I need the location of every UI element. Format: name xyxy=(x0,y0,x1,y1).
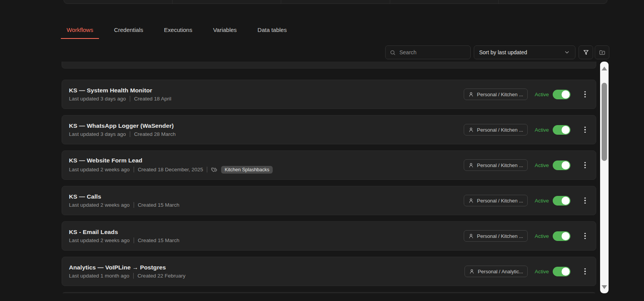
workflow-name: KS — WhatsApp Logger (WaSender) xyxy=(69,122,176,129)
row-menu-kebab-icon[interactable] xyxy=(582,126,588,134)
workflow-info: KS — Website Form Lead Last updated 2 we… xyxy=(69,157,273,174)
workflow-meta: Last updated 1 month ago Created 22 Febr… xyxy=(69,273,185,279)
toggle-knob xyxy=(562,268,570,276)
toggle-knob xyxy=(562,90,570,99)
stats-segment xyxy=(281,0,390,3)
meta-divider xyxy=(130,96,130,102)
scrollbar-thumb[interactable] xyxy=(602,83,607,161)
search-icon xyxy=(390,50,396,55)
workflow-row-partial-top[interactable] xyxy=(62,62,596,69)
status-label: Active xyxy=(535,162,549,168)
new-folder-button[interactable] xyxy=(595,45,609,59)
meta-divider xyxy=(207,167,207,172)
scroll-down-arrow-icon[interactable] xyxy=(602,285,607,289)
status-label: Active xyxy=(535,233,549,239)
workflow-name: KS — Website Form Lead xyxy=(69,157,273,164)
toggle-knob xyxy=(562,197,570,205)
meta-divider xyxy=(134,237,134,243)
project-name: Personal / Kitchen ... xyxy=(477,162,523,168)
meta-divider xyxy=(133,273,134,279)
status-label: Active xyxy=(535,198,549,204)
workflow-name: KS - Email Leads xyxy=(69,229,179,236)
workflow-controls: Personal / Kitchen ... Active xyxy=(464,89,588,100)
scroll-up-arrow-icon[interactable] xyxy=(602,67,607,70)
toggle-knob xyxy=(562,232,570,240)
meta-divider xyxy=(130,131,130,137)
stats-segment xyxy=(64,0,173,3)
active-toggle[interactable] xyxy=(553,161,570,170)
workflow-controls: Personal / Kitchen ... Active xyxy=(464,230,588,242)
tags-icon xyxy=(211,167,217,173)
tab-credentials[interactable]: Credentials xyxy=(108,27,149,39)
row-menu-kebab-icon[interactable] xyxy=(582,161,588,169)
created-text: Created 15 March xyxy=(138,202,179,208)
workflow-row[interactable]: Analytics — VoIPLine → Postgres Last upd… xyxy=(62,257,596,286)
project-badge[interactable]: Personal / Kitchen ... xyxy=(464,124,528,135)
search-input[interactable] xyxy=(399,49,466,56)
person-icon xyxy=(468,162,474,168)
workflow-row[interactable]: KS — Website Form Lead Last updated 2 we… xyxy=(62,150,596,180)
active-toggle[interactable] xyxy=(553,267,570,276)
stats-segment xyxy=(390,0,499,3)
filter-button[interactable] xyxy=(579,45,593,59)
project-badge[interactable]: Personal / Kitchen ... xyxy=(464,195,528,206)
workflow-controls: Personal / Kitchen ... Active xyxy=(464,195,588,206)
tab-workflows[interactable]: Workflows xyxy=(61,27,99,39)
row-menu-kebab-icon[interactable] xyxy=(582,232,588,240)
workflow-row-partial-bottom[interactable] xyxy=(62,292,596,293)
active-toggle[interactable] xyxy=(553,125,570,135)
last-updated-text: Last updated 1 month ago xyxy=(69,273,129,279)
row-menu-kebab-icon[interactable] xyxy=(582,268,588,276)
workflow-name: Analytics — VoIPLine → Postgres xyxy=(69,264,185,271)
workflow-meta: Last updated 2 weeks ago Created 18 Dece… xyxy=(69,166,273,174)
created-text: Created 18 December, 2025 xyxy=(138,167,203,172)
workflow-info: KS — Calls Last updated 2 weeks ago Crea… xyxy=(69,193,179,208)
chevron-down-icon xyxy=(564,49,570,55)
meta-divider xyxy=(134,202,134,208)
workflow-controls: Personal / Kitchen ... Active xyxy=(464,159,588,171)
sort-dropdown[interactable]: Sort by last updated xyxy=(474,45,575,59)
workflow-info: Analytics — VoIPLine → Postgres Last upd… xyxy=(69,264,185,279)
new-folder-icon xyxy=(599,49,605,56)
status-label: Active xyxy=(535,127,549,133)
active-toggle[interactable] xyxy=(553,196,570,206)
workflow-meta: Last updated 2 weeks ago Created 15 Marc… xyxy=(69,237,179,243)
active-toggle[interactable] xyxy=(553,231,570,241)
person-icon xyxy=(469,269,475,274)
tab-data-tables[interactable]: Data tables xyxy=(252,27,293,39)
workflow-tag[interactable]: Kitchen Splashbacks xyxy=(221,166,273,174)
toggle-knob xyxy=(562,161,570,169)
row-menu-kebab-icon[interactable] xyxy=(582,197,588,205)
vertical-scrollbar[interactable] xyxy=(600,62,609,293)
workflow-name: KS — System Health Monitor xyxy=(69,87,171,94)
workflow-row[interactable]: KS — Calls Last updated 2 weeks ago Crea… xyxy=(62,186,596,215)
active-toggle[interactable] xyxy=(553,90,570,99)
last-updated-text: Last updated 3 days ago xyxy=(69,131,126,137)
tab-variables[interactable]: Variables xyxy=(207,27,242,39)
project-badge[interactable]: Personal / Kitchen ... xyxy=(464,230,528,242)
workflow-info: KS — WhatsApp Logger (WaSender) Last upd… xyxy=(69,122,176,137)
workflow-controls: Personal / Kitchen ... Active xyxy=(464,124,588,135)
status-label: Active xyxy=(535,269,549,274)
tab-executions[interactable]: Executions xyxy=(158,27,198,39)
created-text: Created 18 April xyxy=(134,96,171,102)
meta-divider xyxy=(134,167,134,172)
workflow-list: KS — System Health Monitor Last updated … xyxy=(62,62,596,293)
person-icon xyxy=(468,127,474,132)
row-menu-kebab-icon[interactable] xyxy=(582,90,588,99)
stats-summary-bar xyxy=(64,0,607,4)
workflow-row[interactable]: KS — System Health Monitor Last updated … xyxy=(62,80,596,109)
project-badge[interactable]: Personal / Kitchen ... xyxy=(464,159,528,171)
search-box[interactable] xyxy=(385,45,471,59)
workflow-row[interactable]: KS — WhatsApp Logger (WaSender) Last upd… xyxy=(62,115,596,144)
status-label: Active xyxy=(535,92,549,97)
toggle-knob xyxy=(562,126,570,134)
workflow-row[interactable]: KS - Email Leads Last updated 2 weeks ag… xyxy=(62,221,596,251)
project-badge[interactable]: Personal / Analytic... xyxy=(465,266,528,277)
workflow-meta: Last updated 3 days ago Created 28 March xyxy=(69,131,176,137)
workflow-meta: Last updated 3 days ago Created 18 April xyxy=(69,96,171,102)
project-name: Personal / Kitchen ... xyxy=(477,127,523,133)
last-updated-text: Last updated 2 weeks ago xyxy=(69,237,130,243)
project-badge[interactable]: Personal / Kitchen ... xyxy=(464,89,528,100)
person-icon xyxy=(468,233,474,239)
